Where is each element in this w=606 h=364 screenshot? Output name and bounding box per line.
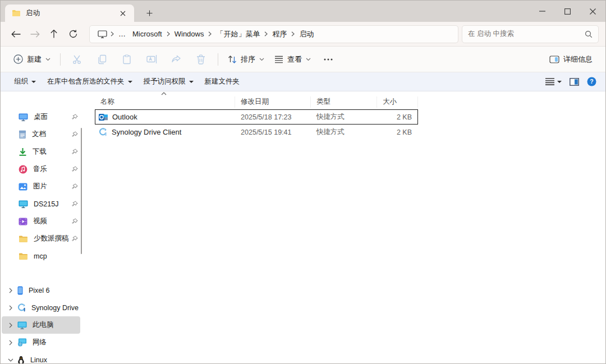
new-folder-label: 新建文件夹 (205, 77, 240, 86)
sidebar-item-desktop[interactable]: 桌面 (2, 108, 80, 126)
chevron-down-icon (45, 58, 50, 61)
list-view-icon (545, 78, 554, 85)
title-bar: 启动 (1, 1, 605, 22)
change-view-button[interactable] (545, 78, 562, 85)
share-button[interactable] (166, 50, 187, 69)
tab-close-icon[interactable] (116, 7, 130, 20)
back-button[interactable] (6, 25, 25, 43)
svg-text:?: ? (590, 78, 593, 85)
cut-button[interactable] (67, 50, 88, 69)
this-pc-icon (17, 321, 27, 329)
details-pane-label: 详细信息 (563, 54, 593, 64)
column-header-modified[interactable]: 修改日期 (235, 96, 311, 108)
paste-button[interactable] (116, 50, 137, 69)
grant-access-menu[interactable]: 授予访问权限 (138, 75, 199, 89)
sort-button[interactable]: 排序 (223, 50, 269, 68)
minimize-button[interactable] (530, 1, 555, 22)
details-pane-icon (549, 56, 559, 63)
organize-menu[interactable]: 组织 (8, 75, 42, 89)
sidebar-item-this-pc[interactable]: 此电脑 (2, 316, 80, 334)
rename-button[interactable] (141, 50, 162, 69)
folder-icon (12, 10, 21, 17)
chevron-right-icon[interactable] (6, 322, 15, 328)
chevron-right-icon[interactable] (6, 340, 15, 345)
file-name: Synology Drive Client (112, 128, 181, 136)
copy-button[interactable] (91, 50, 113, 69)
documents-icon (19, 130, 26, 139)
new-tab-button[interactable] (141, 5, 158, 21)
caret-down-icon (128, 81, 132, 83)
breadcrumb-separator-icon (166, 31, 171, 36)
synology-icon (99, 128, 107, 136)
sidebar-item-music[interactable]: 音乐 (2, 160, 80, 178)
search-input[interactable]: 在 启动 中搜索 (462, 25, 599, 43)
breadcrumb-start-menu[interactable]: 「开始」菜单 (213, 27, 263, 41)
maximize-button[interactable] (555, 1, 580, 22)
new-folder-button[interactable]: 新建文件夹 (199, 75, 246, 89)
synology-icon (17, 303, 26, 312)
chevron-down-icon (306, 58, 311, 61)
refresh-button[interactable] (63, 25, 82, 43)
include-in-library-menu[interactable]: 在库中包含所选的文件夹 (42, 75, 138, 89)
file-type: 快捷方式 (311, 112, 377, 122)
delete-button[interactable] (190, 50, 212, 69)
file-row-synology-drive-client[interactable]: Synology Drive Client 2025/5/15 19:41 快捷… (95, 125, 418, 140)
file-row-outlook[interactable]: Outlook 2025/5/18 17:23 快捷方式 2 KB (95, 109, 418, 125)
sidebar-item-downloads[interactable]: 下载 (2, 143, 80, 160)
chevron-right-icon[interactable] (6, 288, 15, 293)
chevron-right-icon[interactable] (6, 305, 15, 311)
sidebar-item-label: 音乐 (33, 164, 72, 174)
help-button[interactable]: ? (587, 77, 596, 86)
address-bar[interactable]: … Microsoft Windows 「开始」菜单 程序 启动 (89, 25, 458, 43)
close-button[interactable] (580, 1, 605, 22)
view-button-label: 查看 (287, 54, 302, 64)
pin-icon (72, 166, 78, 172)
new-button[interactable]: 新建 (8, 50, 56, 68)
breadcrumb-separator-icon (263, 31, 269, 36)
forward-button[interactable] (25, 25, 44, 43)
breadcrumb-microsoft[interactable]: Microsoft (129, 28, 166, 40)
sidebar-item-sspai-folder[interactable]: 少数派撰稿 (2, 230, 80, 247)
breadcrumb-startup[interactable]: 启动 (296, 27, 317, 41)
tab-title: 启动 (26, 8, 116, 18)
sidebar-item-label: 少数派撰稿 (34, 234, 72, 243)
column-header-type[interactable]: 类型 (311, 96, 377, 108)
column-header-size[interactable]: 大小 (377, 96, 418, 108)
sidebar-item-videos[interactable]: 视频 (2, 213, 80, 230)
pin-icon (72, 131, 78, 137)
pin-icon (72, 201, 78, 207)
explorer-tab[interactable]: 启动 (5, 4, 134, 22)
sidebar-item-network[interactable]: 网络 (2, 334, 80, 351)
breadcrumb-overflow[interactable]: … (115, 28, 129, 40)
this-pc-icon[interactable] (95, 30, 109, 38)
sidebar-item-synology-drive[interactable]: Synology Drive (2, 299, 80, 316)
details-pane-toggle[interactable]: 详细信息 (544, 50, 598, 68)
sidebar-item-documents[interactable]: 文档 (2, 126, 80, 143)
breadcrumb-programs[interactable]: 程序 (269, 27, 290, 41)
folder-icon (19, 235, 28, 243)
view-button[interactable]: 查看 (269, 50, 316, 68)
search-icon[interactable] (585, 30, 593, 38)
breadcrumb-separator-icon (207, 31, 213, 36)
file-type: 快捷方式 (311, 127, 377, 137)
navigation-bar: … Microsoft Windows 「开始」菜单 程序 启动 在 启动 中搜… (1, 22, 605, 47)
pin-icon (72, 114, 78, 120)
chevron-down-icon[interactable] (6, 358, 15, 362)
breadcrumb-windows[interactable]: Windows (171, 28, 208, 40)
breadcrumb-separator-icon (109, 31, 115, 36)
sidebar-scrollbar[interactable] (81, 128, 82, 254)
sidebar-item-ds215j[interactable]: DS215J (2, 195, 80, 213)
file-size: 2 KB (377, 128, 417, 136)
sidebar-item-pixel6[interactable]: Pixel 6 (2, 282, 80, 299)
sidebar-item-mcp-folder[interactable]: mcp (2, 247, 80, 265)
more-options-button[interactable] (318, 50, 339, 69)
preview-pane-icon (570, 78, 579, 86)
file-modified: 2025/5/15 19:41 (235, 128, 311, 136)
outlook-icon (99, 113, 108, 122)
preview-pane-button[interactable] (570, 78, 579, 86)
plus-circle-icon (13, 54, 23, 64)
sidebar-item-linux[interactable]: Linux (2, 351, 80, 363)
up-button[interactable] (44, 25, 63, 43)
sidebar-item-pictures[interactable]: 图片 (2, 178, 80, 195)
column-header-name[interactable]: 名称 (95, 96, 235, 108)
